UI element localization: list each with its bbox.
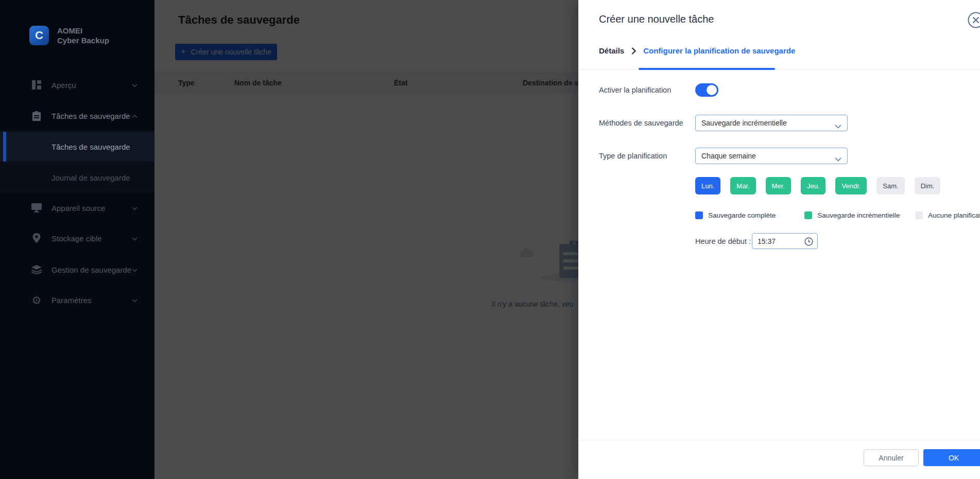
- sidebar: C AOMEI Cyber Backup Aperçu Tâches de sa…: [0, 0, 154, 479]
- legend-item: Aucune planification: [915, 211, 980, 219]
- chevron-up-icon: [132, 111, 137, 120]
- create-task-drawer: Créer une nouvelle tâche Détails Configu…: [578, 0, 980, 479]
- clipboard-icon: [31, 111, 42, 121]
- start-time-label: Heure de début :: [695, 237, 751, 245]
- main-content: Tâches de sauvegarde + Créer une nouvell…: [154, 0, 578, 479]
- sidebar-item-apercu[interactable]: Aperçu: [0, 74, 154, 96]
- dashboard-icon: [31, 80, 42, 90]
- schedule-type-select[interactable]: Chaque semaine: [695, 148, 848, 164]
- weekday-button[interactable]: Jeu.: [801, 177, 826, 194]
- cancel-button[interactable]: Annuler: [864, 449, 919, 466]
- start-time-field: [752, 233, 818, 249]
- drawer-footer: Annuler OK: [578, 440, 980, 479]
- sidebar-subitem-taches-de-sauvegarde[interactable]: Tâches de sauvegarde: [0, 132, 154, 162]
- weekday-button[interactable]: Sam.: [876, 177, 904, 194]
- weekday-button[interactable]: Mar.: [730, 177, 755, 194]
- sidebar-item-gestion-de-sauvegarde[interactable]: Gestion de sauvegarde: [0, 258, 154, 281]
- ok-button[interactable]: OK: [923, 449, 980, 466]
- enable-schedule-label: Activer la planification: [599, 86, 671, 94]
- app-brand: C AOMEI Cyber Backup: [29, 26, 109, 45]
- weekday-buttons: Lun. Mar. Mer. Jeu. Vendr. Sam. Dim.: [695, 177, 940, 194]
- chevron-down-icon: [132, 265, 137, 274]
- weekday-button[interactable]: Lun.: [695, 177, 720, 194]
- close-button[interactable]: [967, 11, 980, 29]
- gear-icon: ⚙: [31, 295, 42, 306]
- modal-dim-overlay: [154, 0, 578, 479]
- schedule-legend: Sauvegarde complète Sauvegarde incrément…: [695, 211, 980, 219]
- schedule-type-label: Type de planification: [599, 152, 667, 160]
- chevron-down-icon: [132, 203, 137, 212]
- active-item-indicator: [3, 132, 6, 162]
- chevron-down-icon: [132, 234, 137, 243]
- backup-method-select[interactable]: Sauvegarde incrémentielle: [695, 115, 848, 131]
- circled-x-icon: [967, 11, 980, 29]
- weekday-button[interactable]: Mer.: [766, 177, 791, 194]
- clock-icon[interactable]: [804, 237, 813, 248]
- weekday-button[interactable]: Vendr.: [835, 177, 867, 194]
- sidebar-item-appareil-source[interactable]: Appareil source: [0, 197, 154, 219]
- chevron-down-icon: [835, 121, 841, 131]
- chevron-down-icon: [132, 80, 137, 90]
- legend-swatch: [695, 211, 703, 219]
- chevron-right-icon: [631, 47, 636, 55]
- chevron-down-icon: [132, 295, 137, 305]
- enable-schedule-toggle[interactable]: [695, 83, 718, 97]
- legend-item: Sauvegarde incrémentielle: [804, 211, 900, 219]
- sidebar-subitem-journal-de-sauvegarde[interactable]: Journal de sauvegarde: [0, 163, 154, 192]
- drawer-title: Créer une nouvelle tâche: [599, 13, 714, 25]
- legend-item: Sauvegarde complète: [695, 211, 776, 219]
- toggle-knob: [707, 85, 717, 95]
- sidebar-item-stockage-cible[interactable]: Stockage cible: [0, 227, 154, 250]
- weekday-button[interactable]: Dim.: [915, 177, 941, 194]
- sidebar-submenu: Tâches de sauvegarde Journal de sauvegar…: [0, 130, 154, 192]
- active-tab-underline: [639, 68, 775, 70]
- app-brand-name: AOMEI Cyber Backup: [57, 26, 109, 45]
- backup-method-label: Méthodes de sauvegarde: [599, 119, 683, 127]
- tab-configurer-planification[interactable]: Configurer la planification de sauvegard…: [643, 46, 795, 55]
- layers-icon: [31, 265, 42, 274]
- legend-swatch: [804, 211, 812, 219]
- app-logo-icon: C: [29, 26, 49, 45]
- location-pin-icon: [31, 233, 42, 243]
- sidebar-item-parametres[interactable]: ⚙ Paramètres: [0, 289, 154, 311]
- wizard-steps: Détails Configurer la planification de s…: [599, 46, 795, 55]
- chevron-down-icon: [835, 154, 841, 164]
- tab-details[interactable]: Détails: [599, 46, 624, 55]
- legend-swatch: [915, 211, 923, 219]
- monitor-icon: [31, 203, 42, 212]
- sidebar-item-taches-de-sauvegarde[interactable]: Tâches de sauvegarde: [0, 104, 154, 127]
